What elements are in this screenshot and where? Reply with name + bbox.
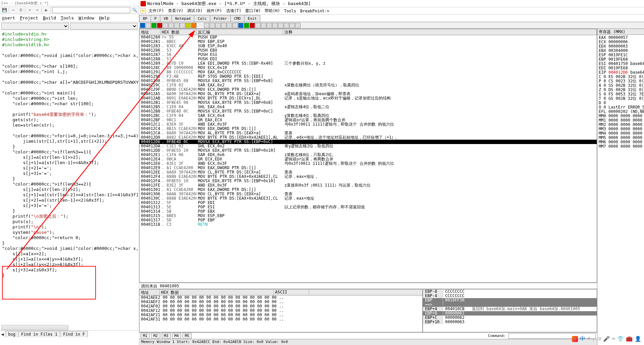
cut-icon[interactable]: ✂ — [10, 7, 16, 13]
undo-icon[interactable]: ↶ — [27, 7, 33, 13]
disasm-row[interactable]: 0040130C. 8888 E3AE4200MOV BYTE PTR DS:[… — [140, 196, 597, 201]
disasm-row[interactable]: 004012CA. 8A80 307A4200MOV AL,BYTE PTR D… — [140, 131, 597, 135]
disasm-row[interactable]: 004012B1. 0FBE45 08MOVSX EAX,BYTE PTR SS… — [140, 100, 597, 105]
modules-icon[interactable] — [210, 23, 215, 28]
menu-tools[interactable]: Tools — [61, 15, 74, 20]
bp-icon[interactable] — [250, 23, 255, 28]
hex-row[interactable]: 0042AF31 00 00 00 00 00 00 00 00 00 00 0… — [140, 317, 422, 322]
disasm-row[interactable]: 00401296. F3:ABREP STOS DWORD PTR ES:[ED… — [140, 74, 597, 79]
ime-toolbox[interactable]: 🧰 — [626, 336, 633, 342]
menu-window[interactable]: Window — [78, 15, 94, 20]
memory-icon[interactable] — [215, 23, 221, 28]
disasm-row[interactable]: 00401289. 8D7D C0LEA EDI,DWORD PTR SS:[E… — [140, 61, 597, 66]
dbg-menu-item[interactable]: 帮助(H) — [263, 8, 281, 14]
ime-punct[interactable]: •， — [587, 335, 596, 342]
disasm-row[interactable]: 004012B8. 0FBE4D 0CMOVSX ECX,BYTE PTR SS… — [140, 109, 597, 114]
dbg-menu-item[interactable]: Tools — [283, 9, 298, 13]
mem-tab[interactable]: M4 — [172, 333, 181, 339]
run-to-icon[interactable] — [180, 23, 185, 28]
ime-emoji[interactable]: ☺ — [598, 336, 601, 342]
redo-icon[interactable]: ↷ — [34, 7, 40, 13]
disasm-row[interactable]: 004012EE. 8A89 307A4200MOV CL,BYTE PTR D… — [140, 170, 597, 175]
disasm-row[interactable]: 00401280r> 55PUSH EBP — [140, 35, 597, 40]
find-combo[interactable] — [52, 7, 130, 13]
refs-icon[interactable] — [255, 23, 261, 28]
dbg-tab[interactable]: Notepad — [171, 15, 194, 22]
disasm-row[interactable]: 00401281. 8BECMOV EBP,ESP — [140, 40, 597, 44]
dbg-menu-item[interactable]: 插件(P) — [205, 8, 223, 14]
windows-icon[interactable] — [227, 23, 232, 28]
help-icon[interactable] — [272, 23, 278, 28]
disasm-row[interactable]: 004012E1. C1FA 06SAR EDX,0x6z算数右移6位，只取高2… — [140, 153, 597, 157]
folder-icon[interactable]: 📁 — [141, 8, 146, 14]
dbg-tab[interactable]: Calc — [194, 15, 210, 22]
search-icon[interactable] — [261, 23, 266, 28]
disasm-row[interactable]: 00401298. 0FBE45 08MOVSX EAX,BYTE PTR SS… — [140, 79, 597, 83]
disasm-row[interactable]: 004012E4. 0BCAOR ECX,EDX逻辑或or运算，将两数合并 — [140, 157, 597, 161]
step-over-icon[interactable] — [168, 23, 174, 28]
disasm-row[interactable]: 00401301. A1 CCAE4200MOV EAX,DWORD PTR D… — [140, 188, 597, 192]
menu-project[interactable]: Project — [20, 15, 38, 20]
disasm-row[interactable]: 00401312. 5FPOP EDI — [140, 201, 597, 205]
disasm-row[interactable]: 00401283. 83EC 40SUB ESP,0x40 — [140, 44, 597, 48]
disasm-row[interactable]: 00401318. C3RETN — [140, 222, 597, 227]
output-tab[interactable]: Find in Files 1 — [18, 331, 60, 337]
mem-tab[interactable]: M2 — [151, 333, 160, 339]
menu-build[interactable]: Build — [43, 15, 56, 20]
output-tab[interactable]: bug — [5, 331, 18, 337]
dbg-tab[interactable]: VB — [160, 15, 172, 22]
disasm-row[interactable]: 004012DD. 0FBE55 10MOVSX EDX,BYTE PTR SS… — [140, 148, 597, 153]
disasm-row[interactable]: 00401306. 8A8A 307A4200MOV CL,BYTE PTR D… — [140, 192, 597, 196]
disasm-row[interactable]: 0040129F. 8B0D CCAE4200MOV ECX,DWORD PTR… — [140, 87, 597, 92]
mem-tab[interactable]: M3 — [162, 333, 171, 339]
disasm-row[interactable]: 0040128C. B9 10000000MOV ECX,0x10 — [140, 66, 597, 70]
dbg-menu-item[interactable]: 查看(V) — [167, 8, 185, 14]
about-icon[interactable] — [278, 23, 283, 28]
find-icon[interactable]: 🔍 — [131, 7, 138, 13]
run-icon[interactable] — [151, 23, 157, 28]
disasm-row[interactable]: 004012D0. 8882 E1AE4200MOV BYTE PTR DS:[… — [140, 135, 597, 140]
handles-icon[interactable] — [232, 23, 238, 28]
ime-keyboard[interactable]: ⌨ — [612, 336, 615, 342]
disasm-row[interactable]: 004012E9. A1 CCAE4200MOV EAX,DWORD PTR D… — [140, 166, 597, 170]
disasm-row[interactable]: 004012B5. C1E0 04SHL EAX,0x4x逻辑左移4位，取低二位 — [140, 105, 597, 109]
dbg-menu-item[interactable]: 文件(F) — [147, 8, 165, 14]
close-icon[interactable] — [146, 23, 151, 28]
disasm-row[interactable]: 004012A5. 8A90 307A4200MOV DL,BYTE PTR D… — [140, 92, 597, 96]
animate-icon[interactable] — [191, 23, 197, 28]
extra3-icon[interactable] — [295, 23, 301, 28]
disasm-row[interactable]: 00401314. 5BPOP EBX — [140, 209, 597, 214]
stack-view[interactable]: EBP-8CCCCCCCCEBP-4CCCCCCCCEBP ==>0019FF3… — [423, 289, 597, 332]
pause-icon[interactable] — [157, 23, 162, 28]
copy-icon[interactable]: ⎘ — [18, 7, 24, 13]
disasm-row[interactable]: 00401286. 53PUSH EBX — [140, 48, 597, 53]
threads-icon[interactable] — [221, 23, 226, 28]
run-icon[interactable]: ▶ — [43, 7, 49, 13]
trace-icon[interactable] — [185, 23, 191, 28]
hscroll[interactable] — [1, 325, 68, 330]
dbg-menu-item[interactable]: 调试(D) — [186, 8, 204, 14]
disasm-row[interactable]: 004012BC. C1F9 04SAR ECX,0x4y算数右移4位，取高四位 — [140, 114, 597, 118]
disassembly-view[interactable]: 地址 HEX 数据 反汇编 注释 00401280r> 55PUSH EBP00… — [139, 29, 597, 283]
disasm-row[interactable]: 00401313. 5EPOP ESI以上记录的数，都存储于内存，即不需返回值 — [140, 205, 597, 209]
dbg-tab[interactable]: CMD — [230, 15, 245, 22]
disasm-row[interactable]: 00401315. 8BE5MOV ESP,EBP — [140, 214, 597, 218]
stack-row[interactable]: EBP ==>0019FF30 — [423, 298, 597, 307]
ime-voice[interactable]: 🎤 — [603, 336, 610, 342]
dbg-tab[interactable]: BP — [139, 15, 151, 22]
disasm-row[interactable]: 004012DA. C1E1 02SHL ECX,0x2将y逻辑左移2位，取低四… — [140, 144, 597, 148]
step-into-icon[interactable] — [163, 23, 168, 28]
disasm-row[interactable]: 00401291. B8 CCCCCCCCMOV EAX,0xCCCCCCCC — [140, 70, 597, 74]
extra2-icon[interactable] — [289, 23, 295, 28]
dbg-menu-item[interactable]: BreakPoint-> — [299, 9, 331, 13]
disasm-row[interactable]: 004012FA. 0FBE55 10MOVSX EDX,BYTE PTR SS… — [140, 179, 597, 183]
extra1-icon[interactable] — [284, 23, 289, 28]
ime-person[interactable]: 👤 — [635, 336, 641, 342]
mem-tab[interactable]: M5 — [182, 333, 192, 339]
log-icon[interactable] — [204, 23, 209, 28]
dbg-tab[interactable]: P — [151, 15, 160, 22]
disasm-row[interactable]: 004012AB. 8891 E0AE4200MOV BYTE PTR DS:[… — [140, 96, 597, 100]
disasm-row[interactable]: 00401317. 5DPOP EBP — [140, 218, 597, 222]
disasm-row[interactable]: 00401287. 56PUSH ESI — [140, 53, 597, 57]
cpu-icon[interactable] — [238, 23, 244, 28]
